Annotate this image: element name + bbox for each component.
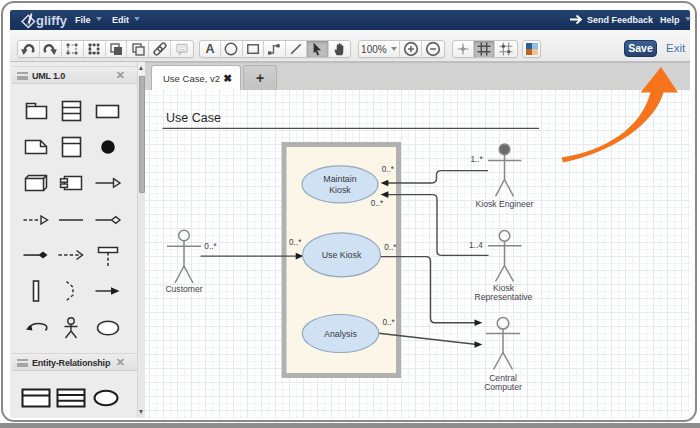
svg-text:A: A [205, 42, 214, 56]
